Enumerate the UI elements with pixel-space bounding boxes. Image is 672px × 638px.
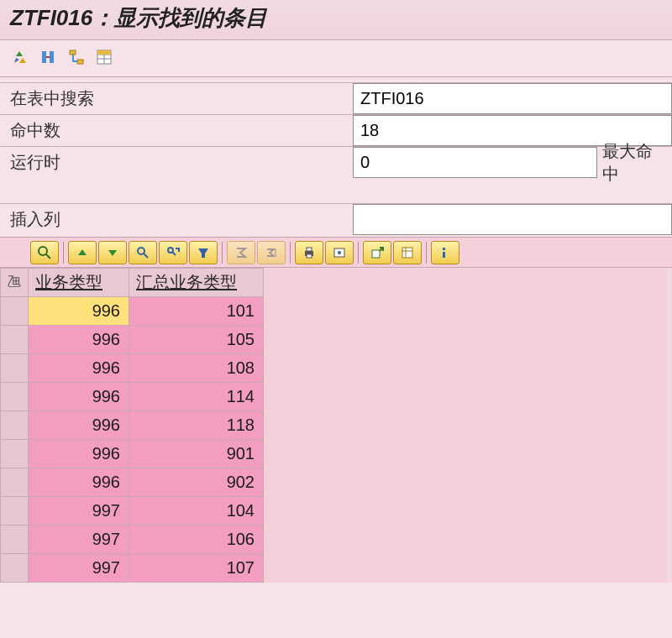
- data-cell[interactable]: 996: [29, 383, 129, 411]
- svg-point-9: [39, 247, 47, 255]
- flow-icon[interactable]: [64, 45, 89, 69]
- svg-rect-2: [70, 50, 76, 55]
- row-handle[interactable]: [1, 440, 29, 468]
- selection-form: 在表中搜索 命中数 运行时 最大命中 插入列: [0, 77, 672, 235]
- svg-rect-8: [97, 50, 111, 55]
- data-cell[interactable]: 108: [129, 354, 264, 383]
- row-handle[interactable]: [1, 354, 29, 383]
- row-handle[interactable]: [1, 554, 29, 583]
- column-header[interactable]: 业务类型: [29, 269, 129, 297]
- data-cell[interactable]: 996: [29, 468, 129, 497]
- title-bar: ZTFI016：显示找到的条目: [0, 0, 672, 40]
- svg-point-11: [138, 248, 144, 254]
- data-cell[interactable]: 106: [129, 526, 264, 554]
- find-icon[interactable]: [129, 241, 157, 264]
- toolbar-separator: [426, 242, 427, 264]
- data-cell[interactable]: 107: [129, 554, 264, 583]
- hits-label: 命中数: [0, 115, 353, 146]
- data-cell[interactable]: 114: [129, 383, 264, 411]
- runtime-input[interactable]: [353, 147, 596, 178]
- data-cell[interactable]: 996: [29, 326, 129, 354]
- row-handle[interactable]: [1, 297, 29, 326]
- row-handle[interactable]: [1, 411, 29, 440]
- sort-asc-icon[interactable]: [68, 241, 97, 264]
- alv-grid-container: 乪业务类型汇总业务类型99610199610599610899611499611…: [0, 237, 672, 583]
- column-header[interactable]: 汇总业务类型: [129, 269, 264, 297]
- svg-rect-0: [42, 51, 46, 63]
- svg-rect-3: [77, 60, 83, 64]
- layout-icon[interactable]: [393, 241, 422, 264]
- recycle-icon[interactable]: [8, 45, 34, 69]
- svg-line-14: [172, 252, 176, 255]
- print-icon[interactable]: [295, 241, 323, 264]
- toolbar-separator: [358, 242, 359, 264]
- row-handle[interactable]: [1, 526, 29, 554]
- app-toolbar: [0, 40, 672, 77]
- data-cell[interactable]: 996: [29, 411, 129, 440]
- sum-icon[interactable]: [227, 241, 255, 264]
- toolbar-separator: [63, 242, 64, 264]
- data-cell[interactable]: 902: [129, 468, 264, 497]
- svg-rect-18: [307, 254, 312, 258]
- data-cell[interactable]: 118: [129, 411, 264, 440]
- svg-rect-1: [50, 51, 54, 63]
- filter-icon[interactable]: [189, 241, 218, 264]
- sort-desc-icon[interactable]: [98, 241, 127, 264]
- data-cell[interactable]: 997: [29, 554, 129, 583]
- row-handle[interactable]: [1, 383, 29, 411]
- data-cell[interactable]: 104: [129, 497, 264, 526]
- data-cell[interactable]: 901: [129, 440, 264, 468]
- find-next-icon[interactable]: [159, 241, 187, 264]
- row-handle[interactable]: [1, 497, 29, 526]
- row-handle[interactable]: [1, 326, 29, 354]
- spreadsheet-icon[interactable]: [92, 45, 117, 69]
- page-title: ZTFI016：显示找到的条目: [10, 5, 267, 30]
- runtime-label: 运行时: [0, 147, 353, 178]
- svg-rect-27: [443, 252, 445, 258]
- svg-rect-21: [372, 250, 380, 258]
- row-handle[interactable]: [1, 468, 29, 497]
- data-cell[interactable]: 997: [29, 497, 129, 526]
- grid-corner[interactable]: 乪: [1, 269, 29, 297]
- max-hits-label: 最大命中: [596, 147, 672, 178]
- data-cell[interactable]: 101: [129, 297, 264, 326]
- search-input[interactable]: [353, 83, 672, 114]
- svg-rect-17: [307, 248, 312, 251]
- data-cell[interactable]: 996: [29, 354, 129, 383]
- info-icon[interactable]: [431, 241, 459, 264]
- insert-col-label: 插入列: [0, 204, 353, 235]
- toolbar-separator: [290, 242, 291, 264]
- compare-icon[interactable]: [36, 45, 61, 69]
- data-cell[interactable]: 105: [129, 326, 264, 354]
- toolbar-separator: [222, 242, 223, 264]
- view-icon[interactable]: [325, 241, 354, 264]
- subtotal-icon[interactable]: [257, 241, 286, 264]
- search-label: 在表中搜索: [0, 83, 353, 114]
- svg-line-12: [144, 254, 148, 258]
- svg-point-20: [338, 251, 341, 254]
- data-cell[interactable]: 996: [29, 297, 129, 326]
- data-cell[interactable]: 997: [29, 526, 129, 554]
- details-icon[interactable]: [30, 241, 59, 264]
- data-cell[interactable]: 996: [29, 440, 129, 468]
- insert-col-input[interactable]: [353, 204, 672, 235]
- svg-line-10: [46, 254, 50, 259]
- svg-rect-26: [443, 248, 445, 250]
- export-icon[interactable]: [363, 241, 391, 264]
- alv-grid: 乪业务类型汇总业务类型99610199610599610899611499611…: [0, 268, 667, 583]
- svg-rect-23: [402, 248, 412, 258]
- alv-toolbar: [0, 238, 672, 268]
